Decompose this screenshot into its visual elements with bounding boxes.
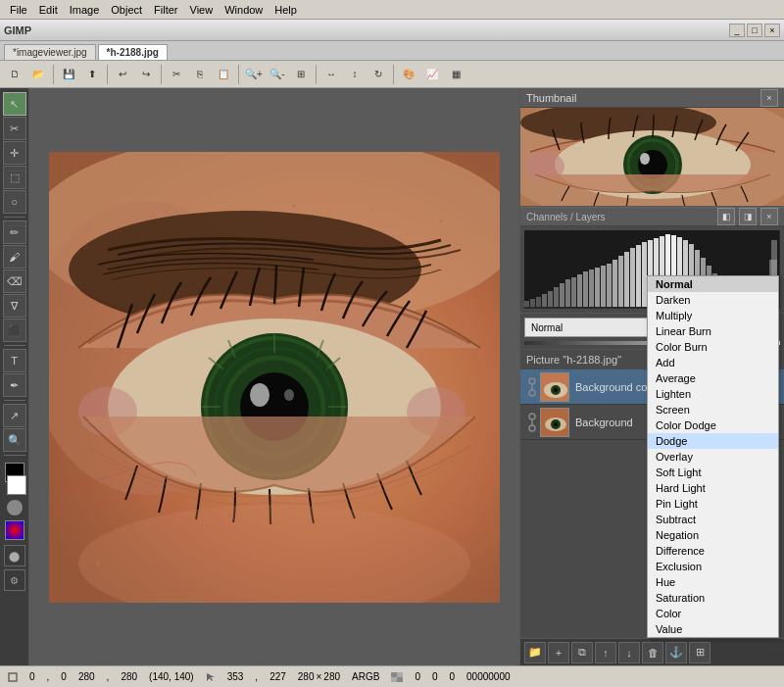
svg-rect-44 — [530, 299, 535, 307]
blend-item-subtract[interactable]: Subtract — [648, 512, 778, 527]
blend-item-dodge[interactable]: Dodge — [648, 433, 778, 449]
blend-item-hard-light[interactable]: Hard Light — [648, 480, 778, 496]
toolbar-levels[interactable]: ▦ — [445, 64, 466, 85]
toolbar-save[interactable]: 💾 — [58, 64, 79, 85]
tab-imageviewer[interactable]: *imageviewer.jpg — [4, 44, 96, 60]
blend-item-normal[interactable]: Normal — [648, 276, 778, 292]
layer-anchor[interactable]: ⚓ — [665, 642, 687, 663]
tool-crop[interactable]: ✂ — [3, 117, 26, 140]
blend-item-difference[interactable]: Difference — [648, 543, 778, 559]
status-color-g: 0 — [432, 671, 438, 682]
blend-item-saturation[interactable]: Saturation — [648, 590, 778, 606]
layer-new-group[interactable]: 📁 — [524, 642, 546, 663]
pattern-tool[interactable]: ⚙ — [4, 569, 25, 591]
blend-mode-dropdown[interactable]: Normal Darken Multiply Linear Burn Color… — [647, 275, 779, 638]
swap-colors[interactable] — [7, 500, 23, 515]
background-color[interactable] — [7, 475, 26, 495]
picture-name: Picture "h-2188.jpg" — [526, 354, 621, 366]
tool-move[interactable]: ✛ — [3, 141, 26, 165]
channels-icon-1[interactable]: ◧ — [717, 208, 735, 225]
blend-item-color-burn[interactable]: Color Burn — [648, 339, 778, 355]
channels-close[interactable]: × — [760, 208, 778, 225]
menu-file[interactable]: File — [4, 2, 33, 18]
tab-h2188[interactable]: *h-2188.jpg — [98, 44, 168, 60]
toolbar-paste[interactable]: 📋 — [213, 64, 234, 85]
tool-fill[interactable]: ⬛ — [3, 319, 26, 342]
menu-image[interactable]: Image — [64, 2, 106, 18]
toolbar-flip-v[interactable]: ↕ — [344, 64, 366, 85]
menu-object[interactable]: Object — [105, 2, 148, 18]
layer-move-up[interactable]: ↑ — [595, 642, 616, 663]
menu-help[interactable]: Help — [269, 2, 303, 18]
toolbar-export[interactable]: ⬆ — [81, 64, 103, 85]
toolbar-open[interactable]: 📂 — [27, 64, 49, 85]
svg-point-28 — [224, 200, 226, 202]
color-picker[interactable]: ⬤ — [4, 545, 25, 566]
layer-delete[interactable]: 🗑 — [642, 642, 663, 663]
tool-pencil[interactable]: ✏ — [3, 221, 26, 244]
blend-item-screen[interactable]: Screen — [648, 402, 778, 417]
tool-ellipse-select[interactable]: ○ — [3, 190, 26, 214]
status-dims: 280×280 — [298, 671, 340, 682]
maximize-button[interactable]: □ — [747, 24, 762, 37]
blend-item-lighten[interactable]: Lighten — [648, 386, 778, 402]
default-colors[interactable] — [5, 520, 24, 540]
blend-item-pin-light[interactable]: Pin Light — [648, 496, 778, 512]
blend-item-overlay[interactable]: Overlay — [648, 449, 778, 465]
toolbar-sep-5 — [316, 65, 317, 84]
minimize-button[interactable]: _ — [729, 24, 745, 37]
thumbnail-close[interactable]: × — [760, 89, 778, 107]
toolbar-cut[interactable]: ✂ — [166, 64, 187, 85]
thumbnail-svg — [520, 108, 784, 206]
blend-item-color[interactable]: Color — [648, 606, 778, 621]
tool-brush[interactable]: 🖌 — [3, 245, 26, 269]
toolbar-new[interactable]: 🗋 — [4, 64, 25, 85]
blend-item-average[interactable]: Average — [648, 370, 778, 386]
toolbar-zoom-in[interactable]: 🔍+ — [243, 64, 265, 85]
close-button[interactable]: × — [764, 24, 780, 37]
tool-zoom[interactable]: 🔍 — [3, 428, 26, 452]
canvas-image[interactable] — [49, 152, 500, 603]
blend-item-multiply[interactable]: Multiply — [648, 308, 778, 323]
tool-eraser[interactable]: ⌫ — [3, 270, 26, 293]
statusbar: 0 , 0 280 , 280 (140, 140) 353 , 227 280… — [0, 665, 784, 687]
canvas-cursor[interactable] — [49, 485, 69, 505]
toolbar-rotate[interactable]: ↻ — [368, 64, 389, 85]
layer-move-down[interactable]: ↓ — [618, 642, 640, 663]
blend-item-linear-burn[interactable]: Linear Burn — [648, 323, 778, 339]
svg-rect-54 — [589, 270, 594, 307]
blend-item-darken[interactable]: Darken — [648, 292, 778, 308]
toolbar-zoom-out[interactable]: 🔍- — [267, 64, 288, 85]
blend-item-negation[interactable]: Negation — [648, 527, 778, 543]
tool-smudge[interactable]: ↗ — [3, 404, 26, 427]
layer-duplicate[interactable]: ⧉ — [571, 642, 593, 663]
tool-text[interactable]: T — [3, 349, 26, 372]
menu-window[interactable]: Window — [219, 2, 269, 18]
menu-filter[interactable]: Filter — [148, 2, 183, 18]
status-comma3: , — [255, 671, 258, 682]
blend-item-soft-light[interactable]: Soft Light — [648, 465, 778, 480]
toolbar-curves[interactable]: 📈 — [421, 64, 443, 85]
toolbar-flip-h[interactable]: ↔ — [320, 64, 342, 85]
tool-path[interactable]: ✒ — [3, 373, 26, 397]
tool-rect-select[interactable]: ⬚ — [3, 166, 26, 189]
toolbar-undo[interactable]: ↩ — [112, 64, 133, 85]
menu-edit[interactable]: Edit — [33, 2, 64, 18]
tool-gradient[interactable]: ∇ — [3, 294, 26, 318]
menu-view[interactable]: View — [184, 2, 220, 18]
blend-item-color-dodge[interactable]: Color Dodge — [648, 417, 778, 433]
blend-item-exclusion[interactable]: Exclusion — [648, 559, 778, 574]
blend-item-value[interactable]: Value — [648, 621, 778, 637]
svg-point-88 — [529, 378, 535, 384]
blend-item-hue[interactable]: Hue — [648, 574, 778, 590]
tool-pointer[interactable]: ↖ — [3, 92, 26, 116]
channels-icon-2[interactable]: ◨ — [739, 208, 757, 225]
svg-point-20 — [284, 389, 294, 401]
layer-new[interactable]: + — [548, 642, 569, 663]
toolbar-copy[interactable]: ⎘ — [189, 64, 211, 85]
toolbar-fit[interactable]: ⊞ — [290, 64, 312, 85]
blend-item-add[interactable]: Add — [648, 355, 778, 370]
toolbar-redo[interactable]: ↪ — [135, 64, 157, 85]
toolbar-color-settings[interactable]: 🎨 — [398, 64, 419, 85]
layer-merge[interactable]: ⊞ — [689, 642, 710, 663]
